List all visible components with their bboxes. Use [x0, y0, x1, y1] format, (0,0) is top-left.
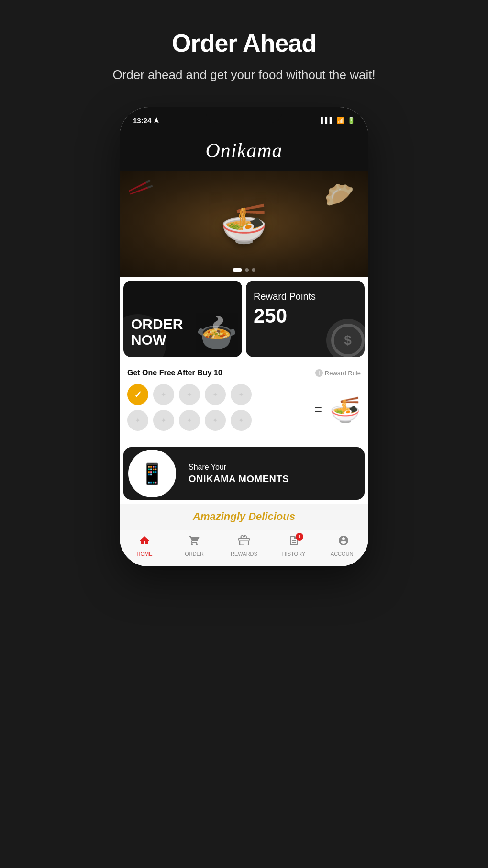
stamp-4	[205, 384, 226, 405]
dots-row-2	[127, 410, 307, 431]
nav-item-history[interactable]: 1 HISTORY	[269, 535, 319, 557]
svg-marker-0	[154, 117, 159, 123]
phone-mockup: 13:24 ▌▌▌ 📶 🔋 Onikama 🥢 🍜 🥟	[120, 107, 368, 566]
nav-item-account[interactable]: ACCOUNT	[319, 535, 368, 557]
share-text: Share Your ONIKAMA MOMENTS	[181, 463, 365, 485]
share-circle: 📱	[128, 450, 176, 497]
rewards-icon	[238, 535, 250, 549]
hero-bowl-icon: 🍜	[220, 202, 268, 247]
hero-dots	[233, 268, 255, 272]
app-logo: Onikama	[120, 139, 368, 162]
stamp-8	[179, 410, 200, 431]
side-food-icon: 🥟	[324, 181, 354, 209]
nav-label-rewards: REWARDS	[231, 551, 257, 557]
reward-card[interactable]: Reward Points 250 $	[246, 281, 365, 357]
nav-item-home[interactable]: HOME	[120, 535, 169, 557]
nav-label-account: ACCOUNT	[331, 551, 356, 557]
bottom-teaser: Amazingly Delicious	[120, 504, 368, 530]
dots-row-1	[127, 384, 307, 405]
status-time: 13:24	[133, 116, 159, 124]
status-icons: ▌▌▌ 📶 🔋	[321, 117, 355, 124]
nav-label-home: HOME	[137, 551, 153, 557]
food-visual: 🥢 🍜 🥟	[120, 171, 368, 277]
hero-image: 🥢 🍜 🥟	[120, 171, 368, 277]
bottom-nav: HOME ORDER REWARDS	[120, 530, 368, 566]
status-bar: 13:24 ▌▌▌ 📶 🔋	[120, 107, 368, 133]
page-title: Order Ahead	[172, 29, 316, 57]
account-icon	[338, 535, 349, 549]
stamp-7	[153, 410, 174, 431]
page-subtitle: Order ahead and get your food without th…	[112, 66, 375, 83]
stamp-9	[205, 410, 226, 431]
stamp-1	[127, 384, 148, 405]
share-top-text: Share Your	[189, 463, 357, 472]
reward-points: 250	[254, 304, 357, 327]
stamp-6	[127, 410, 148, 431]
share-banner[interactable]: 📱 Share Your ONIKAMA MOMENTS	[123, 447, 365, 500]
reward-bowl-icon: 🍜	[330, 395, 361, 425]
dots-container	[127, 384, 307, 436]
order-now-card[interactable]: ORDER NOW 🍲	[123, 281, 242, 357]
chopsticks-icon: 🥢	[126, 173, 156, 202]
nav-label-history: HISTORY	[282, 551, 306, 557]
share-left: 📱	[123, 447, 181, 500]
home-icon	[139, 535, 150, 549]
reward-coin-inner: $	[331, 324, 365, 357]
stamp-10	[231, 410, 252, 431]
loyalty-header: Get One Free After Buy 10 i Reward Rule	[127, 369, 361, 377]
loyalty-section: Get One Free After Buy 10 i Reward Rule	[120, 361, 368, 443]
loyalty-dots-grid: = 🍜	[127, 384, 361, 436]
share-bottom-text: ONIKAMA MOMENTS	[189, 473, 357, 485]
order-now-text: ORDER NOW	[131, 316, 234, 348]
reward-label: Reward Points	[254, 290, 357, 303]
stamp-3	[179, 384, 200, 405]
history-icon: 1	[288, 535, 299, 549]
order-icon	[189, 535, 200, 549]
hero-dot-2	[245, 268, 249, 272]
reward-rule-label: Reward Rule	[325, 370, 361, 377]
hero-dot-1	[233, 268, 242, 272]
equals-icon: =	[311, 402, 325, 417]
stamp-2	[153, 384, 174, 405]
reward-rule-icon: i	[315, 369, 323, 377]
app-header: Onikama	[120, 133, 368, 171]
loyalty-title: Get One Free After Buy 10	[127, 369, 222, 377]
stamp-5	[231, 384, 252, 405]
nav-item-order[interactable]: ORDER	[169, 535, 219, 557]
nav-item-rewards[interactable]: REWARDS	[219, 535, 269, 557]
history-badge: 1	[296, 533, 303, 541]
nav-label-order: ORDER	[185, 551, 204, 557]
notch	[206, 107, 282, 123]
teaser-text: Amazingly Delicious	[127, 510, 361, 523]
hero-dot-3	[252, 268, 255, 272]
reward-rule[interactable]: i Reward Rule	[315, 369, 361, 377]
cards-row: ORDER NOW 🍲 Reward Points 250 $	[120, 277, 368, 361]
